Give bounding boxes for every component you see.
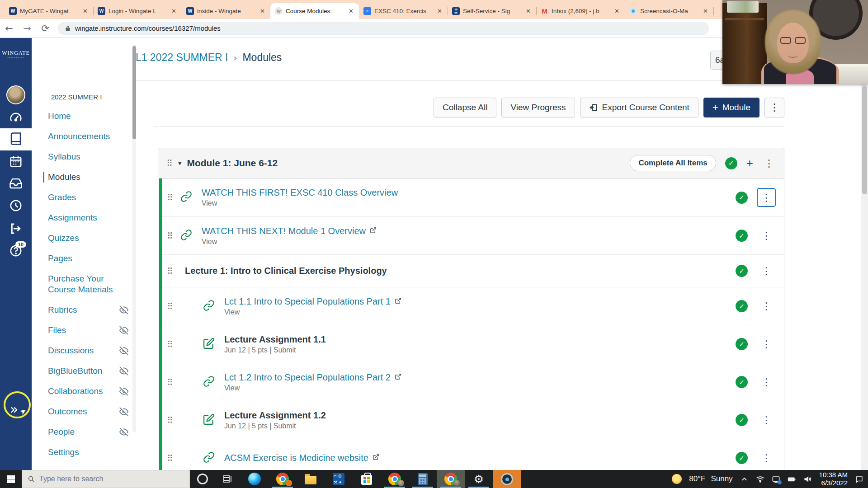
- global-nav-avatar[interactable]: [0, 84, 32, 106]
- page-scrollbar[interactable]: [861, 38, 868, 470]
- taskbar-app-edge[interactable]: [241, 470, 269, 488]
- collapse-module-icon[interactable]: ▾: [178, 159, 182, 167]
- tab-close-icon[interactable]: ✕: [347, 7, 355, 15]
- browser-tab[interactable]: WMyGATE - Wingat✕: [5, 3, 93, 19]
- item-options-kebab[interactable]: ⋮: [757, 188, 776, 207]
- drag-handle-icon[interactable]: ⠿: [166, 158, 173, 168]
- drag-handle-icon[interactable]: ⠿: [167, 339, 173, 349]
- sidebar-item-announcements[interactable]: Announcements: [48, 131, 132, 142]
- taskbar-clock[interactable]: 10:38 AM6/3/2022: [819, 471, 848, 487]
- item-options-kebab[interactable]: ⋮: [757, 297, 776, 316]
- module-item-row[interactable]: ⠿Lct 1.1 Intro to Special Populations Pa…: [159, 287, 784, 325]
- sidebar-item-syllabus[interactable]: Syllabus: [48, 151, 132, 162]
- tab-close-icon[interactable]: ✕: [435, 7, 444, 15]
- sidebar-item-assignments[interactable]: Assignments: [48, 212, 132, 223]
- browser-tab[interactable]: Screencast-O-Ma✕: [625, 3, 713, 19]
- taskbar-search-box[interactable]: [22, 470, 190, 488]
- sidebar-item-settings[interactable]: Settings: [48, 447, 132, 458]
- cast-icon[interactable]: [772, 475, 780, 483]
- sidebar-item-outcomes[interactable]: Outcomes: [48, 406, 132, 417]
- drag-handle-icon[interactable]: ⠿: [167, 453, 173, 463]
- tab-close-icon[interactable]: ✕: [81, 7, 90, 15]
- browser-tab[interactable]: ≡EXSC 410: Exercis✕: [359, 3, 448, 19]
- sidebar-item-collaborations[interactable]: Collaborations: [48, 386, 132, 397]
- item-options-kebab[interactable]: ⋮: [757, 411, 776, 430]
- drag-handle-icon[interactable]: ⠿: [167, 377, 173, 387]
- module-options-kebab[interactable]: ⋮: [762, 158, 776, 169]
- global-nav-help[interactable]: 10: [0, 240, 32, 263]
- action-center-icon[interactable]: [855, 475, 863, 483]
- global-nav-commons[interactable]: [0, 218, 32, 240]
- sidebar-item-quizzes[interactable]: Quizzes: [48, 233, 132, 244]
- item-options-kebab[interactable]: ⋮: [757, 373, 776, 392]
- item-options-kebab[interactable]: ⋮: [757, 335, 776, 354]
- item-complete-check-icon[interactable]: ✓: [736, 376, 748, 388]
- global-nav-calendar[interactable]: [0, 151, 32, 173]
- taskbar-app-calculator[interactable]: [409, 470, 437, 488]
- item-options-kebab[interactable]: ⋮: [757, 262, 776, 281]
- taskbar-app-settings[interactable]: ⚙: [465, 470, 493, 488]
- back-icon[interactable]: ←: [0, 23, 18, 34]
- tab-close-icon[interactable]: ✕: [524, 7, 533, 15]
- complete-all-items-pill[interactable]: Complete All Items: [630, 155, 716, 171]
- battery-icon[interactable]: [788, 475, 796, 483]
- tab-close-icon[interactable]: ✕: [613, 7, 621, 15]
- sidebar-item-purchase-your-course-materials[interactable]: Purchase Your Course Materials: [48, 273, 132, 295]
- global-nav-history[interactable]: [0, 195, 32, 217]
- reload-icon[interactable]: ⟳: [36, 23, 54, 34]
- wifi-icon[interactable]: [756, 475, 764, 483]
- module-item-row[interactable]: ⠿Lct 1.2 Intro to Special Populations Pa…: [159, 363, 784, 401]
- taskbar-app-chrome-profile-2[interactable]: [437, 470, 465, 488]
- item-options-kebab[interactable]: ⋮: [757, 226, 776, 245]
- add-item-icon[interactable]: +: [746, 156, 753, 170]
- add-module-button[interactable]: +Module: [703, 98, 760, 117]
- module-item-title[interactable]: ACSM Exercise is Medicine website: [224, 453, 368, 463]
- start-button[interactable]: [0, 470, 22, 488]
- drag-handle-icon[interactable]: ⠿: [167, 231, 173, 241]
- tab-close-icon[interactable]: ✕: [170, 7, 178, 15]
- sidebar-item-rubrics[interactable]: Rubrics: [48, 305, 132, 315]
- drag-handle-icon[interactable]: ⠿: [167, 415, 173, 425]
- task-view-button[interactable]: [215, 470, 241, 488]
- volume-icon[interactable]: [803, 475, 812, 483]
- item-complete-check-icon[interactable]: ✓: [736, 414, 748, 426]
- sidebar-scrollbar[interactable]: [132, 45, 136, 432]
- cortana-button[interactable]: [190, 470, 215, 488]
- item-complete-check-icon[interactable]: ✓: [736, 452, 748, 464]
- item-complete-check-icon[interactable]: ✓: [736, 300, 748, 312]
- page-scrollbar-thumb[interactable]: [862, 86, 867, 194]
- sidebar-item-home[interactable]: Home: [48, 111, 132, 122]
- expand-nav-button[interactable]: »: [10, 401, 18, 417]
- weather-sun-icon[interactable]: [672, 474, 682, 484]
- tab-close-icon[interactable]: ✕: [701, 7, 710, 15]
- sidebar-item-modules[interactable]: Modules: [43, 172, 127, 183]
- module-item-row[interactable]: ⠿WATCH THIS NEXT! Module 1 OverviewView✓…: [159, 216, 784, 254]
- export-course-content-button[interactable]: Export Course Content: [580, 98, 698, 117]
- tab-close-icon[interactable]: ✕: [258, 7, 267, 15]
- collapse-all-button[interactable]: Collapse All: [434, 98, 496, 117]
- weather-widget[interactable]: 80°FSunny: [689, 474, 732, 483]
- forward-icon[interactable]: →: [18, 23, 36, 34]
- taskbar-search-input[interactable]: [39, 475, 175, 483]
- sidebar-item-discussions[interactable]: Discussions: [48, 345, 132, 356]
- taskbar-app-admin-tools[interactable]: [325, 470, 353, 488]
- drag-handle-icon[interactable]: ⠿: [167, 192, 173, 202]
- browser-tab[interactable]: 1896Self-Service - Sig✕: [448, 3, 536, 19]
- taskbar-app-file-explorer[interactable]: [297, 470, 325, 488]
- sidebar-item-files[interactable]: Files: [48, 325, 132, 336]
- item-options-kebab[interactable]: ⋮: [757, 449, 776, 468]
- modules-options-kebab[interactable]: ⋮: [764, 98, 784, 117]
- module-item-title[interactable]: WATCH THIS NEXT! Module 1 Overview: [202, 226, 366, 236]
- global-nav-courses[interactable]: [0, 128, 32, 150]
- taskbar-app-chrome-profile-1[interactable]: [381, 470, 409, 488]
- module-item-row[interactable]: ⠿Lecture Assignment 1.1Jun 12 | 5 pts | …: [159, 325, 784, 363]
- drag-handle-icon[interactable]: ⠿: [167, 301, 173, 311]
- browser-tab[interactable]: WLogin - Wingate L✕: [93, 3, 182, 19]
- url-bar[interactable]: wingate.instructure.com/courses/16327/mo…: [58, 22, 709, 35]
- module-item-row[interactable]: ⠿WATCH THIS FIRST! EXSC 410 Class Overvi…: [159, 178, 784, 216]
- item-complete-check-icon[interactable]: ✓: [736, 265, 748, 277]
- sidebar-scrollbar-thumb[interactable]: [132, 46, 136, 139]
- module-item-title[interactable]: WATCH THIS FIRST! EXSC 410 Class Overvie…: [202, 188, 398, 198]
- browser-tab[interactable]: MInbox (2,609) - j.b✕: [536, 3, 625, 19]
- item-complete-check-icon[interactable]: ✓: [736, 230, 748, 242]
